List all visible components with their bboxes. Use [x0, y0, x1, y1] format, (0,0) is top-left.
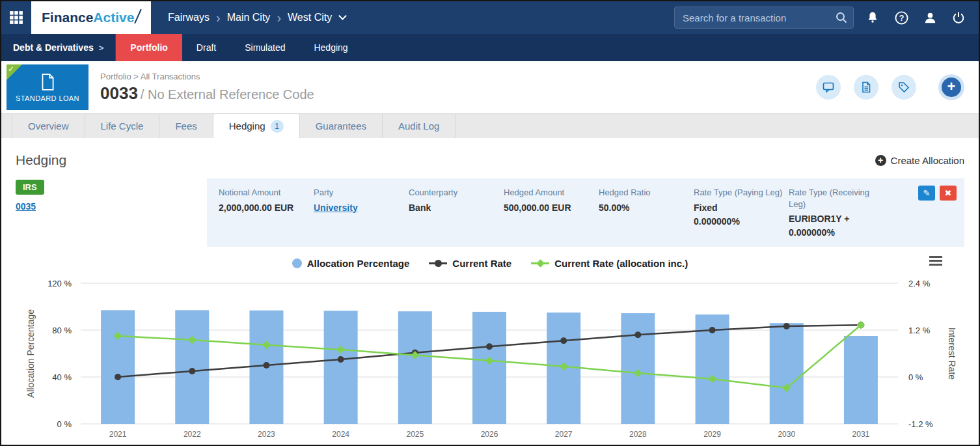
documents-button[interactable]	[854, 75, 878, 100]
edit-allocation-button[interactable]: ✎	[918, 186, 935, 201]
field-counterparty: Counterparty Bank	[409, 187, 504, 238]
line-swatch-icon	[429, 262, 447, 264]
hedging-chart: 0 %40 %80 %120 %-1.2 %0 %1.2 %2.4 %20212…	[16, 272, 964, 445]
chat-bubble-icon	[822, 81, 835, 94]
create-allocation-button[interactable]: + Create Allocation	[875, 155, 964, 166]
check-icon: ✓	[8, 64, 14, 74]
transaction-title-block: Portfolio > All Transactions 0033 / No E…	[100, 72, 314, 104]
comments-button[interactable]	[816, 75, 841, 100]
svg-text:40 %: 40 %	[52, 372, 72, 382]
logo-finance: Finance	[42, 10, 93, 25]
page-title: 0033 / No External Reference Code	[100, 83, 314, 104]
tab-audit-log[interactable]: Audit Log	[383, 114, 456, 138]
svg-text:2026: 2026	[481, 430, 498, 439]
delete-allocation-button[interactable]: ✖	[940, 186, 957, 201]
tab-overview[interactable]: Overview	[12, 114, 85, 138]
svg-text:?: ?	[899, 13, 904, 22]
loan-badge-label: STANDARD LOAN	[16, 94, 79, 102]
topbar-actions: ?	[674, 7, 979, 29]
add-button[interactable]: +	[938, 74, 964, 100]
logout-power-icon[interactable]	[949, 8, 968, 27]
chart-menu-button[interactable]	[929, 256, 942, 266]
nav-item-draft[interactable]: Draft	[182, 34, 230, 61]
section-title: Hedging	[16, 152, 66, 168]
legend-current-rate[interactable]: Current Rate	[429, 258, 511, 269]
field-notional-amount: Notional Amount 2,000,000.00 EUR	[219, 187, 314, 238]
svg-text:2022: 2022	[184, 430, 201, 439]
chevron-right-icon: >	[99, 43, 104, 53]
allocation-details-panel: Notional Amount 2,000,000.00 EUR Party U…	[207, 178, 964, 247]
nav-item-portfolio[interactable]: Portfolio	[116, 34, 182, 61]
transaction-actions: +	[816, 74, 979, 100]
pencil-icon: ✎	[923, 188, 931, 198]
app-window: FinanceActive Fairways › Main City › Wes…	[0, 0, 980, 446]
breadcrumb-west-city[interactable]: West City	[288, 12, 332, 23]
topbar: FinanceActive Fairways › Main City › Wes…	[1, 1, 979, 34]
notifications-bell-icon[interactable]	[863, 8, 882, 27]
nav-item-simulated[interactable]: Simulated	[230, 34, 299, 61]
tag-icon	[897, 81, 910, 94]
user-account-icon[interactable]	[920, 8, 940, 27]
chevron-right-icon: ›	[216, 11, 221, 24]
svg-text:0 %: 0 %	[908, 372, 923, 382]
chart-legend: Allocation Percentage Current Rate Curre…	[16, 255, 964, 272]
field-party: Party University	[314, 187, 409, 238]
svg-text:Interest Rate: Interest Rate	[947, 328, 957, 380]
svg-text:2.4 %: 2.4 %	[908, 279, 931, 288]
hedging-count-badge: 1	[271, 120, 284, 133]
loan-document-icon	[39, 73, 56, 91]
apps-grid-icon	[9, 10, 23, 25]
legend-allocation-percentage[interactable]: Allocation Percentage	[292, 258, 410, 269]
svg-text:2025: 2025	[406, 430, 424, 439]
module-nav: Debt & Derivatives > Portfolio Draft Sim…	[1, 34, 979, 61]
party-link[interactable]: University	[314, 201, 405, 215]
svg-text:120 %: 120 %	[48, 279, 72, 288]
breadcrumb-main-city[interactable]: Main City	[227, 12, 271, 23]
nav-section-label: Debt & Derivatives	[13, 42, 94, 53]
instrument-type-badge: IRS	[16, 180, 44, 195]
transaction-reference: / No External Reference Code	[141, 87, 314, 102]
bar-swatch-icon	[292, 258, 302, 268]
tab-life-cycle[interactable]: Life Cycle	[85, 114, 160, 138]
svg-text:2029: 2029	[703, 430, 721, 439]
field-hedged-ratio: Hedged Ratio 50.00%	[599, 187, 694, 238]
logo[interactable]: FinanceActive	[31, 1, 151, 34]
svg-text:2031: 2031	[852, 430, 870, 439]
field-hedged-amount: Hedged Amount 500,000.00 EUR	[504, 187, 599, 238]
legend-current-rate-alloc[interactable]: Current Rate (allocation inc.)	[531, 258, 688, 269]
svg-text:2021: 2021	[109, 430, 127, 439]
nav-item-hedging[interactable]: Hedging	[299, 34, 362, 61]
transaction-tabs: Overview Life Cycle Fees Hedging 1 Guara…	[1, 113, 979, 138]
allocation-row: IRS 0035 Notional Amount 2,000,000.00 EU…	[16, 178, 964, 247]
standard-loan-badge: ✓ STANDARD LOAN	[7, 64, 88, 110]
transaction-breadcrumb[interactable]: Portfolio > All Transactions	[100, 72, 314, 81]
svg-text:2028: 2028	[629, 430, 647, 439]
svg-text:-1.2 %: -1.2 %	[908, 419, 933, 429]
svg-text:2023: 2023	[258, 430, 275, 439]
nav-debt-derivatives[interactable]: Debt & Derivatives >	[1, 34, 116, 61]
apps-grid-button[interactable]	[1, 1, 31, 34]
tab-fees[interactable]: Fees	[159, 114, 213, 138]
help-icon[interactable]: ?	[892, 8, 911, 27]
svg-text:2027: 2027	[555, 430, 573, 439]
svg-text:1.2 %: 1.2 %	[908, 326, 931, 335]
field-rate-type-receiving: Rate Type (Receiving Leg) EURIBOR1Y + 0.…	[789, 187, 884, 238]
transaction-code: 0033	[100, 83, 138, 104]
breadcrumb-fairways[interactable]: Fairways	[168, 12, 210, 23]
tab-hedging[interactable]: Hedging 1	[213, 114, 300, 138]
hedging-chart-section: Allocation Percentage Current Rate Curre…	[16, 255, 964, 445]
plus-circle-icon: +	[875, 155, 886, 166]
tags-button[interactable]	[892, 75, 916, 100]
svg-text:2030: 2030	[778, 430, 795, 439]
search-input[interactable]	[683, 12, 835, 23]
chevron-down-icon[interactable]	[338, 12, 347, 20]
svg-text:80 %: 80 %	[52, 326, 72, 335]
entity-breadcrumb: Fairways › Main City › West City	[168, 11, 346, 24]
search-icon[interactable]	[835, 11, 848, 24]
logo-slash-icon	[135, 9, 143, 24]
logo-active: Active	[93, 10, 134, 25]
allocation-id-link[interactable]: 0035	[16, 201, 207, 212]
line-swatch-icon	[531, 262, 549, 264]
tab-guarantees[interactable]: Guarantees	[300, 114, 383, 138]
field-rate-type-paying: Rate Type (Paying Leg) Fixed 0.000000%	[694, 187, 789, 238]
